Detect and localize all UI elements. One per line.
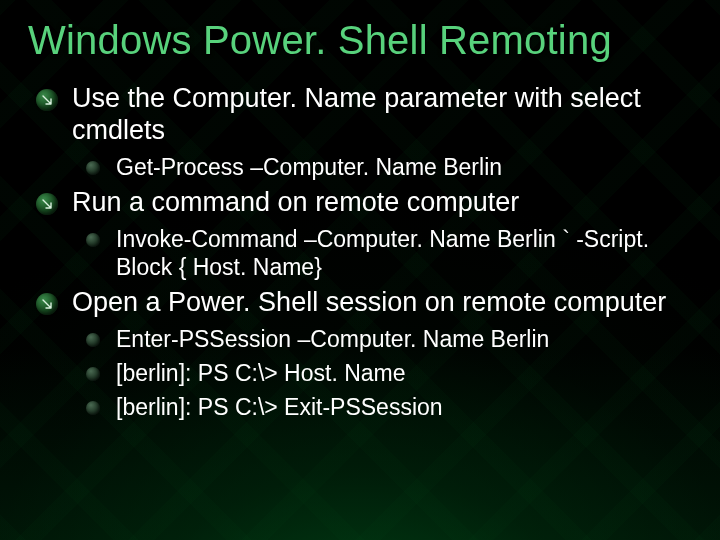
dot-bullet-icon <box>86 233 100 247</box>
arrow-bullet-icon <box>36 193 58 215</box>
bullet-text: [berlin]: PS C:\> Exit-PSSession <box>116 393 692 421</box>
bullet-text: Run a command on remote computer <box>72 187 692 219</box>
bullet-text: Open a Power. Shell session on remote co… <box>72 287 692 319</box>
bullet-text: Enter-PSSession –Computer. Name Berlin <box>116 325 692 353</box>
bullet-item: Run a command on remote computer <box>36 187 692 219</box>
dot-bullet-icon <box>86 333 100 347</box>
sub-bullet-item: Enter-PSSession –Computer. Name Berlin <box>86 325 692 353</box>
dot-bullet-icon <box>86 161 100 175</box>
arrow-bullet-icon <box>36 89 58 111</box>
sub-bullet-item: Get-Process –Computer. Name Berlin <box>86 153 692 181</box>
sub-bullet-item: [berlin]: PS C:\> Exit-PSSession <box>86 393 692 421</box>
bullet-item: Open a Power. Shell session on remote co… <box>36 287 692 319</box>
dot-bullet-icon <box>86 401 100 415</box>
bullet-text: Invoke-Command –Computer. Name Berlin ` … <box>116 225 692 281</box>
sub-bullet-item: [berlin]: PS C:\> Host. Name <box>86 359 692 387</box>
sub-bullet-item: Invoke-Command –Computer. Name Berlin ` … <box>86 225 692 281</box>
dot-bullet-icon <box>86 367 100 381</box>
slide: Windows Power. Shell Remoting Use the Co… <box>0 0 720 540</box>
bullet-text: [berlin]: PS C:\> Host. Name <box>116 359 692 387</box>
bullet-item: Use the Computer. Name parameter with se… <box>36 83 692 147</box>
bullet-text: Get-Process –Computer. Name Berlin <box>116 153 692 181</box>
bullet-text: Use the Computer. Name parameter with se… <box>72 83 692 147</box>
slide-title: Windows Power. Shell Remoting <box>28 18 692 63</box>
arrow-bullet-icon <box>36 293 58 315</box>
